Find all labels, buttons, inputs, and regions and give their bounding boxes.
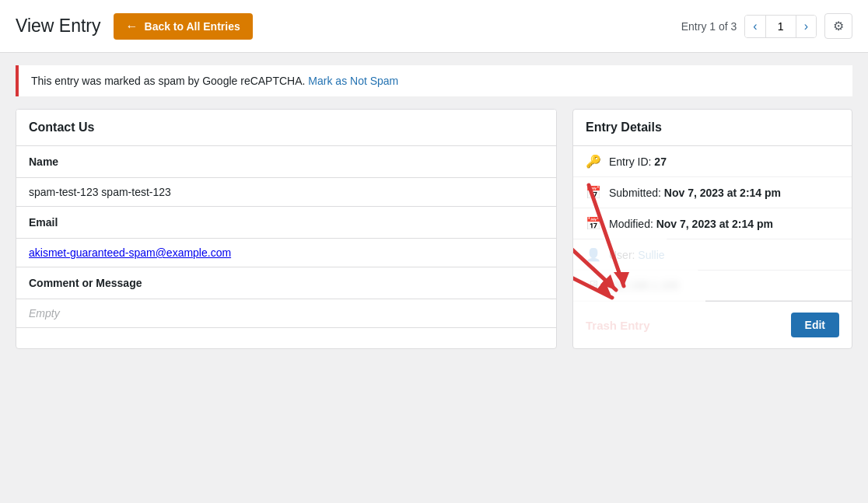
back-arrow-icon: ← xyxy=(126,19,138,33)
gear-icon: ⚙ xyxy=(833,19,844,33)
header-right: Entry 1 of 3 ‹ › ⚙ xyxy=(681,13,852,39)
entry-id-label: Entry ID: xyxy=(609,155,651,168)
page-title: View Entry xyxy=(16,16,101,37)
entry-id-row: 🔑 Entry ID: 27 xyxy=(573,146,852,177)
message-label-row: Comment or Message xyxy=(16,267,556,299)
email-value: akismet-guaranteed-spam@example.com xyxy=(16,239,556,267)
entry-details-panel: Entry Details 🔑 Entry ID: 27 📅 Submitted… xyxy=(572,109,852,349)
settings-button[interactable]: ⚙ xyxy=(824,13,852,39)
calendar-submitted-icon: 📅 xyxy=(586,185,601,200)
entry-id-text: Entry ID: 27 xyxy=(609,155,667,168)
modified-row: 📅 Modified: Nov 7, 2023 at 2:14 pm xyxy=(573,208,852,239)
user-row: 👤 User: Sullie xyxy=(573,239,852,271)
name-label: Name xyxy=(29,155,58,168)
submitted-label: Submitted: xyxy=(609,187,661,199)
entry-details-title: Entry Details xyxy=(573,110,852,146)
spam-notice-text: This entry was marked as spam by Google … xyxy=(31,75,305,87)
email-label-row: Email xyxy=(16,207,556,239)
edit-button[interactable]: Edit xyxy=(791,313,839,337)
panel-bottom: Trash Entry Edit xyxy=(573,301,852,348)
ip-row: 🖥 192.168.1.100 xyxy=(573,271,852,301)
user-label: User: xyxy=(609,249,635,261)
user-link[interactable]: Sullie xyxy=(638,249,664,261)
submitted-value: Nov 7, 2023 at 2:14 pm xyxy=(664,187,781,199)
modified-value: Nov 7, 2023 at 2:14 pm xyxy=(656,218,773,230)
modified-text: Modified: Nov 7, 2023 at 2:14 pm xyxy=(609,218,773,230)
submitted-text: Submitted: Nov 7, 2023 at 2:14 pm xyxy=(609,187,781,199)
back-to-all-entries-button[interactable]: ← Back to All Entries xyxy=(114,13,253,40)
modified-label: Modified: xyxy=(609,218,653,230)
entry-navigation: ‹ › xyxy=(744,15,817,38)
name-value: spam-test-123 spam-test-123 xyxy=(16,178,556,207)
mark-not-spam-link[interactable]: Mark as Not Spam xyxy=(308,75,398,87)
prev-entry-button[interactable]: ‹ xyxy=(745,16,765,37)
calendar-modified-icon: 📅 xyxy=(586,216,601,231)
submitted-row: 📅 Submitted: Nov 7, 2023 at 2:14 pm xyxy=(573,177,852,208)
email-label: Email xyxy=(29,216,58,229)
key-icon: 🔑 xyxy=(586,154,601,169)
contact-form-title: Contact Us xyxy=(16,110,556,146)
message-value: Empty xyxy=(16,299,556,328)
ip-icon: 🖥 xyxy=(586,278,601,292)
name-label-row: Name xyxy=(16,146,556,178)
trash-entry-button[interactable]: Trash Entry xyxy=(586,314,650,337)
message-label: Comment or Message xyxy=(29,277,142,289)
content-area: Contact Us Name spam-test-123 spam-test-… xyxy=(0,109,868,365)
ip-value: 192.168.1.100 xyxy=(609,279,679,292)
user-text: User: Sullie xyxy=(609,249,665,261)
header: View Entry ← Back to All Entries Entry 1… xyxy=(0,0,868,53)
contact-form-panel: Contact Us Name spam-test-123 spam-test-… xyxy=(16,109,557,349)
next-entry-button[interactable]: › xyxy=(796,16,816,37)
entry-counter: Entry 1 of 3 xyxy=(681,20,737,33)
spam-notice: This entry was marked as spam by Google … xyxy=(16,65,852,96)
user-icon: 👤 xyxy=(586,247,601,262)
entry-page-input[interactable] xyxy=(765,16,796,37)
back-button-label: Back to All Entries xyxy=(145,20,240,33)
bottom-actions: Trash Entry Edit xyxy=(573,301,852,348)
header-left: View Entry ← Back to All Entries xyxy=(16,13,253,40)
email-link[interactable]: akismet-guaranteed-spam@example.com xyxy=(29,246,231,259)
entry-id-value: 27 xyxy=(654,155,667,168)
